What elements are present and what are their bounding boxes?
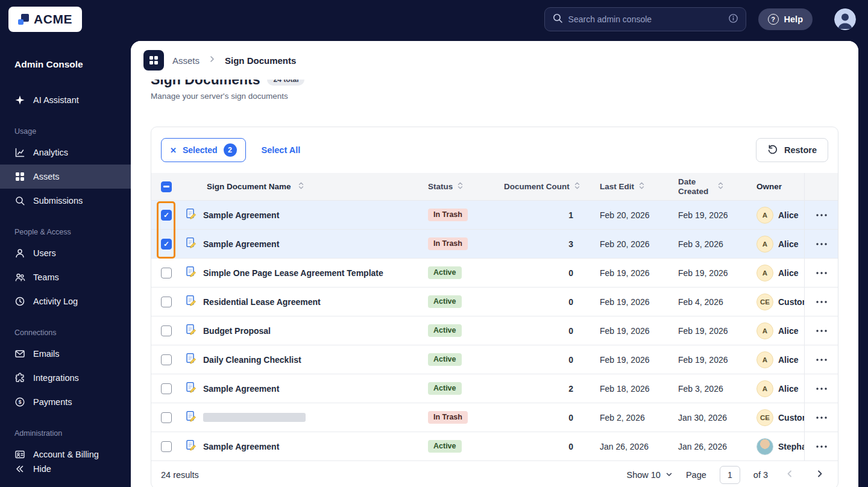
column-header-name[interactable]: Sign Document Name: [207, 182, 291, 191]
sidebar-item-users[interactable]: Users: [0, 241, 131, 265]
help-button[interactable]: ? Help: [758, 8, 813, 30]
sort-icon[interactable]: [456, 181, 464, 192]
svg-text:$: $: [19, 399, 22, 405]
status-badge: Active: [428, 382, 462, 395]
sidebar-item-integrations[interactable]: Integrations: [0, 366, 131, 390]
sort-icon[interactable]: [297, 181, 305, 192]
sidebar-item-label: Payments: [33, 397, 72, 407]
document-name[interactable]: Daily Cleaning Checklist: [203, 355, 301, 365]
sidebar-item-analytics[interactable]: Analytics: [0, 140, 131, 165]
row-actions-button[interactable]: [816, 301, 827, 303]
date-created: Jan 26, 2026: [678, 442, 756, 451]
row-checkbox[interactable]: [161, 268, 172, 278]
sidebar-item-payments[interactable]: $ Payments: [0, 390, 131, 414]
column-header-date-created[interactable]: Date Created: [678, 177, 713, 196]
row-checkbox[interactable]: [161, 325, 172, 336]
date-created: Feb 19, 2026: [678, 268, 756, 278]
breadcrumb-link-assets[interactable]: Assets: [172, 55, 200, 66]
row-actions-button[interactable]: [816, 243, 827, 245]
next-page-button[interactable]: [811, 467, 828, 483]
last-edit-date: Feb 19, 2026: [600, 355, 678, 365]
chevron-right-icon: [208, 55, 216, 66]
search-input[interactable]: [568, 14, 723, 24]
sidebar-item-label: Teams: [33, 272, 59, 282]
status-badge: In Trash: [428, 209, 468, 221]
date-created: Feb 4, 2026: [678, 297, 756, 307]
table-row: Sample Agreement Active 0 Jan 26, 2026 J…: [151, 432, 838, 460]
table-row: Sample Agreement In Trash 3 Feb 20, 2026…: [151, 229, 838, 258]
document-count: 1: [504, 210, 600, 220]
admin-search-bar[interactable]: [544, 7, 746, 31]
page-number-input[interactable]: [720, 466, 740, 484]
row-actions-button[interactable]: [816, 330, 827, 332]
sidebar-section-connections: Connections: [14, 328, 116, 338]
select-all-checkbox[interactable]: [161, 181, 172, 192]
sidebar-item-submissions[interactable]: Submissions: [0, 189, 131, 213]
row-actions-button[interactable]: [816, 388, 827, 390]
document-count: 0: [504, 268, 600, 278]
page-size-select[interactable]: Show 10: [627, 470, 673, 480]
document-name[interactable]: Sample Agreement: [203, 239, 279, 249]
sidebar: Admin Console AI Assistant Usage Analyti…: [0, 39, 131, 487]
table-footer: 24 results Show 10 Page of 3: [151, 460, 838, 487]
row-actions-button[interactable]: [816, 214, 827, 216]
sidebar-item-activity-log[interactable]: Activity Log: [0, 289, 131, 313]
column-header-status[interactable]: Status: [428, 182, 453, 191]
table-row: In Trash 0 Feb 2, 2026 Jan 30, 2026 CE C…: [151, 403, 838, 432]
restore-button[interactable]: Restore: [756, 138, 828, 162]
sidebar-section-usage: Usage: [14, 127, 116, 136]
previous-page-button[interactable]: [781, 467, 798, 483]
info-icon[interactable]: [728, 13, 738, 26]
person-icon: [14, 248, 25, 259]
row-checkbox[interactable]: [161, 383, 172, 394]
row-checkbox[interactable]: [161, 239, 172, 250]
owner-name: Alice: [778, 355, 798, 365]
document-name[interactable]: Sample Agreement: [203, 442, 279, 451]
document-pen-icon: [185, 237, 197, 251]
row-checkbox[interactable]: [161, 412, 172, 423]
document-count: 0: [504, 326, 600, 336]
people-icon: [14, 272, 25, 283]
document-name[interactable]: Residential Lease Agreement: [203, 297, 321, 307]
date-created: Feb 3, 2026: [678, 384, 756, 394]
acme-logo[interactable]: ACME: [8, 7, 82, 32]
document-name[interactable]: Sample Agreement: [203, 210, 279, 220]
user-avatar[interactable]: [834, 8, 856, 30]
row-checkbox[interactable]: [161, 441, 172, 452]
sidebar-item-emails[interactable]: Emails: [0, 342, 131, 366]
column-header-last-edit[interactable]: Last Edit: [600, 182, 634, 191]
selected-filter-button[interactable]: ✕ Selected 2: [161, 138, 246, 162]
sidebar-collapse-button[interactable]: Hide: [0, 457, 131, 481]
select-all-button[interactable]: Select All: [262, 145, 301, 155]
date-created: Feb 19, 2026: [678, 210, 756, 220]
table-row: Residential Lease Agreement Active 0 Feb…: [151, 287, 838, 316]
row-checkbox[interactable]: [161, 297, 172, 307]
sidebar-item-ai-assistant[interactable]: AI Assistant: [0, 88, 131, 112]
row-checkbox[interactable]: [161, 354, 172, 365]
document-name[interactable]: Sample Agreement: [203, 384, 279, 394]
sort-icon[interactable]: [573, 181, 581, 192]
row-actions-button[interactable]: [816, 416, 827, 419]
table-row: Daily Cleaning Checklist Active 0 Feb 19…: [151, 345, 838, 374]
row-actions-button[interactable]: [816, 359, 827, 361]
sparkle-icon: [14, 95, 25, 105]
column-header-count[interactable]: Document Count: [504, 182, 570, 191]
document-name[interactable]: [203, 413, 306, 422]
sidebar-title: Admin Console: [14, 59, 116, 70]
owner-name: Alice: [778, 268, 798, 278]
row-checkbox[interactable]: [161, 210, 172, 221]
owner-avatar: A: [756, 322, 773, 339]
row-actions-button[interactable]: [816, 445, 827, 448]
sidebar-item-label: Activity Log: [33, 297, 78, 306]
sidebar-item-label: AI Assistant: [33, 95, 79, 105]
sidebar-item-teams[interactable]: Teams: [0, 265, 131, 289]
sidebar-item-label: Assets: [33, 172, 60, 181]
sort-icon[interactable]: [717, 181, 725, 192]
sort-icon[interactable]: [638, 181, 646, 192]
document-name[interactable]: Simple One Page Lease Agreement Template: [203, 268, 383, 278]
sidebar-item-assets[interactable]: Assets: [0, 165, 131, 189]
table-row: Budget Proposal Active 0 Feb 19, 2026 Fe…: [151, 316, 838, 345]
status-badge: Active: [428, 266, 462, 279]
document-name[interactable]: Budget Proposal: [203, 326, 271, 336]
row-actions-button[interactable]: [816, 272, 827, 274]
